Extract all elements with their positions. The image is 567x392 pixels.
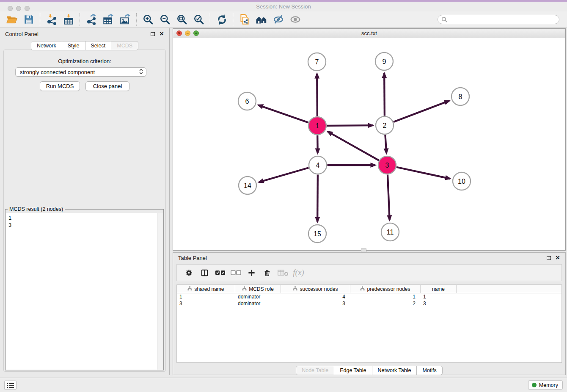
hide-selected-icon[interactable] [270,12,287,27]
graph-edge-2-3[interactable] [385,135,386,153]
optimization-criterion-label: Optimization criterion: [0,58,169,64]
graph-edge-1-7[interactable] [317,74,317,116]
mcds-result-title: MCDS result (2 nodes) [8,206,65,213]
column-header-successor_nodes[interactable]: successor nodes [281,285,350,293]
clone-network-icon[interactable] [236,12,253,27]
network-window-controls[interactable]: × − + [176,30,199,36]
column-tree-icon [360,286,365,292]
export-table-icon[interactable] [100,12,117,27]
tab-motifs[interactable]: Motifs [416,366,442,375]
column-header-shared_name[interactable]: shared name [177,285,235,293]
float-table-panel-icon[interactable] [547,256,551,260]
cell-name[interactable]: 1 [421,294,457,300]
minimize-window-button[interactable] [16,6,21,11]
select-all-checks-icon[interactable] [212,265,228,280]
graph-node-label: 2 [383,122,387,129]
mcds-result-lines: 13 [8,214,11,229]
task-history-button[interactable] [4,381,17,390]
edge-label-mark [351,165,355,166]
add-column-icon[interactable] [244,265,259,280]
table-row[interactable]: 3dominator323 [177,300,561,307]
cell-successor_nodes[interactable]: 4 [281,294,350,300]
cell-mcds_role[interactable]: dominator [235,301,281,306]
zoom-out-icon[interactable] [157,12,173,27]
column-header-label: name [432,286,445,292]
tab-style[interactable]: Style [62,41,85,50]
column-header-name[interactable]: name [421,285,457,293]
column-header-predecessor_nodes[interactable]: predecessor nodes [350,285,421,293]
graph-edge-1-6[interactable] [258,105,308,122]
close-window-button[interactable] [8,6,13,11]
close-network-button[interactable]: × [176,30,182,36]
select-stepper-icon [139,68,143,76]
save-session-icon[interactable] [20,12,37,27]
graph-edge-3-10[interactable] [396,167,450,179]
tab-network-table[interactable]: Network Table [372,366,417,375]
cell-shared_name[interactable]: 3 [177,301,235,306]
export-network-icon[interactable] [83,12,100,27]
memory-button[interactable]: Memory [528,380,563,390]
settings-gear-icon[interactable] [181,265,197,280]
zoom-fit-icon[interactable] [173,12,190,27]
criterion-select[interactable]: strongly connected component [15,67,146,77]
show-all-icon[interactable] [287,12,304,27]
memory-button-label: Memory [539,382,558,388]
float-panel-icon[interactable] [151,32,155,36]
cell-mcds_role[interactable]: dominator [235,294,281,300]
tab-node-table[interactable]: Node Table [296,366,334,375]
cell-successor_nodes[interactable]: 3 [281,301,350,306]
network-view-window: × − + scc.txt 1234678910111415 [173,28,566,251]
refresh-layout-icon[interactable] [213,12,230,27]
cell-shared_name[interactable]: 1 [177,294,235,300]
export-image-icon[interactable] [117,12,134,27]
graph-edge-3-11[interactable] [388,174,390,220]
zoom-selected-icon[interactable] [190,12,207,27]
table-body: 1dominator4113dominator323 [177,293,561,307]
cell-name[interactable]: 3 [421,301,457,306]
cell-predecessor_nodes[interactable]: 1 [350,294,421,300]
close-table-panel-icon[interactable]: × [556,255,560,261]
tab-select[interactable]: Select [85,41,112,50]
list-icon [7,383,14,388]
network-graph[interactable]: 1234678910111415 [173,38,565,250]
search-input[interactable] [438,15,559,24]
graph-edge-4-14[interactable] [259,168,308,182]
close-panel-button[interactable]: Close panel [85,81,129,91]
tab-mcds[interactable]: MCDS [111,41,138,50]
import-network-icon[interactable] [43,12,60,27]
maximize-network-button[interactable]: + [193,30,199,36]
result-scrollbar[interactable] [157,213,163,370]
minimize-network-button[interactable]: − [185,30,190,36]
delete-column-icon[interactable] [259,265,275,280]
network-window-titlebar[interactable]: × − + scc.txt [173,29,565,39]
run-mcds-button[interactable]: Run MCDS [40,81,80,91]
graph-edge-3-1[interactable] [328,132,379,160]
tab-network[interactable]: Network [31,41,62,50]
control-panel: Control Panel × NetworkStyleSelectMCDS O… [0,28,170,375]
network-canvas[interactable]: 1234678910111415 [173,38,565,250]
tab-edge-table[interactable]: Edge Table [334,366,372,375]
table-row[interactable]: 1dominator411 [177,293,561,300]
zoom-window-button[interactable] [25,6,30,11]
deselect-all-checks-icon[interactable] [228,265,244,280]
graph-edge-2-8[interactable] [394,101,449,122]
window-controls[interactable] [8,6,30,11]
cell-predecessor_nodes[interactable]: 2 [350,301,421,306]
column-header-filler [457,285,561,293]
node-table[interactable]: shared nameMCDS rolesuccessor nodesprede… [176,284,562,363]
graph-edge-2-9[interactable] [384,73,385,116]
network-resize-grip[interactable] [361,248,366,252]
graph-node-label: 3 [385,162,389,169]
cyndex-home-icon[interactable] [253,12,270,27]
mcds-result-textarea[interactable]: 13 [6,213,163,370]
graph-node-label: 10 [458,178,465,185]
column-header-label: MCDS role [249,286,274,292]
column-header-mcds_role[interactable]: MCDS role [235,285,281,293]
graph-node-label: 8 [459,93,462,100]
graph-edge-4-15[interactable] [317,174,318,222]
import-table-icon[interactable] [60,12,77,27]
close-panel-icon[interactable]: × [160,31,164,37]
toggle-columns-icon[interactable] [197,265,212,280]
open-session-icon[interactable] [3,12,20,27]
zoom-in-icon[interactable] [140,12,157,27]
